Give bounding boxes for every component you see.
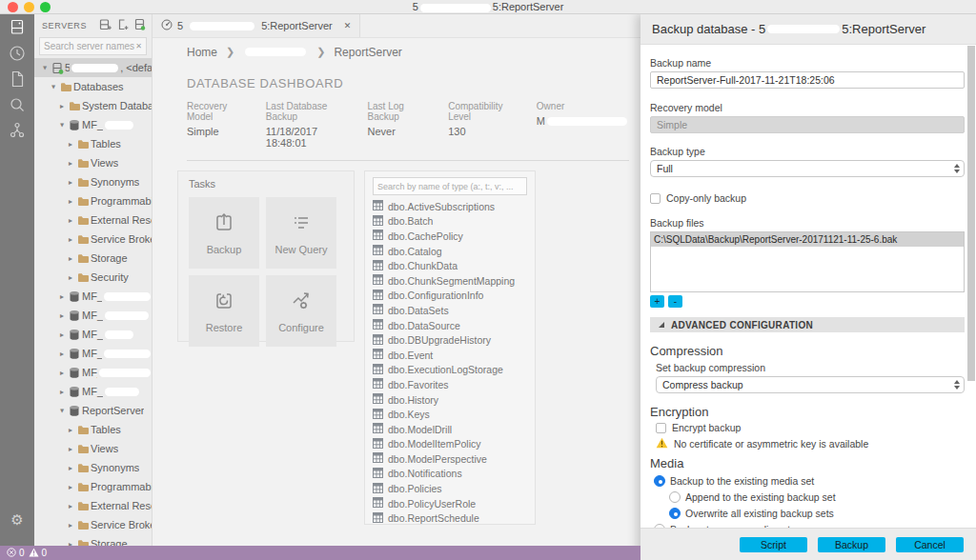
search-icon[interactable] bbox=[0, 91, 34, 117]
tree-item[interactable]: ▸MF_ bbox=[34, 306, 152, 325]
tree-item[interactable]: ▸Programmability bbox=[34, 191, 152, 210]
radio-unselected-icon[interactable] bbox=[669, 491, 681, 503]
chevron-collapsed-icon[interactable]: ▸ bbox=[66, 445, 75, 453]
tree-item[interactable]: ▸External Resources bbox=[34, 210, 152, 230]
chevron-collapsed-icon[interactable]: ▸ bbox=[66, 483, 75, 491]
settings-gear-icon[interactable]: ⚙ bbox=[0, 511, 34, 529]
compression-select[interactable]: Compress backup bbox=[656, 376, 965, 393]
checkbox-unchecked-icon[interactable] bbox=[656, 423, 666, 433]
table-list-item[interactable]: dbo.ModelItemPolicy bbox=[373, 437, 527, 452]
table-list-item[interactable]: dbo.ReportSchedule bbox=[373, 510, 527, 525]
table-list-item[interactable]: dbo.Policies bbox=[373, 481, 527, 496]
overwrite-all-existing-backup-sets-radio[interactable]: Overwrite all existing backup sets bbox=[669, 508, 965, 519]
tab-reportserver-dashboard[interactable]: 55:ReportServer ✕ bbox=[152, 14, 360, 37]
add-backup-file-button[interactable]: + bbox=[650, 295, 664, 308]
tree-item[interactable]: ▸MF_ bbox=[34, 344, 152, 363]
chevron-collapsed-icon[interactable]: ▸ bbox=[57, 350, 67, 358]
new-query-task-button[interactable]: New Query bbox=[266, 197, 336, 269]
table-list-item[interactable]: dbo.PolicyUserRole bbox=[373, 496, 527, 511]
tree-item[interactable]: ▸MF_ bbox=[34, 115, 152, 134]
advanced-configuration-toggle[interactable]: ADVANCED CONFIGURATION bbox=[650, 317, 965, 332]
chevron-collapsed-icon[interactable]: ▸ bbox=[66, 159, 75, 168]
breadcrumb-database[interactable]: ReportServer bbox=[334, 46, 401, 59]
table-list-item[interactable]: dbo.Favorites bbox=[373, 377, 527, 392]
chevron-collapsed-icon[interactable]: ▸ bbox=[57, 292, 67, 301]
chevron-collapsed-icon[interactable]: ▸ bbox=[66, 178, 75, 187]
zoom-window-button[interactable] bbox=[40, 2, 51, 12]
chevron-collapsed-icon[interactable]: ▸ bbox=[66, 216, 75, 225]
tree-item[interactable]: ▸Views bbox=[34, 439, 152, 458]
chevron-collapsed-icon[interactable]: ▸ bbox=[66, 464, 75, 472]
tree-item[interactable]: ▸MF_ bbox=[34, 382, 152, 401]
restore-task-button[interactable]: Restore bbox=[189, 275, 259, 347]
tree-item[interactable]: ▸Security bbox=[34, 268, 152, 287]
tree-item[interactable]: ▸External Resources bbox=[34, 496, 152, 515]
table-list-item[interactable]: dbo.DBUpgradeHistory bbox=[373, 332, 527, 348]
remove-backup-file-button[interactable]: - bbox=[668, 295, 682, 308]
tree-item[interactable]: ▸Storage bbox=[34, 249, 152, 268]
backup-files-list[interactable]: C:\SQLData\Backup\ReportServer-20171121-… bbox=[650, 231, 965, 292]
chevron-collapsed-icon[interactable]: ▸ bbox=[57, 102, 67, 110]
tree-item[interactable]: ▸Programmability bbox=[34, 477, 152, 496]
table-list-item[interactable]: dbo.Event bbox=[373, 348, 527, 363]
table-list-item[interactable]: dbo.History bbox=[373, 392, 527, 408]
tree-item[interactable]: ▸MF_ bbox=[34, 325, 152, 344]
tree-item[interactable]: ▸5, <defa.. bbox=[34, 58, 152, 77]
checkbox-unchecked-icon[interactable] bbox=[650, 193, 661, 204]
radio-selected-icon[interactable] bbox=[654, 475, 665, 487]
chevron-collapsed-icon[interactable]: ▸ bbox=[66, 254, 75, 263]
copy-only-backup-checkbox-row[interactable]: Copy-only backup bbox=[650, 192, 965, 204]
backup-type-select[interactable]: Full bbox=[650, 160, 965, 177]
chevron-expanded-icon[interactable]: ▸ bbox=[41, 63, 50, 72]
backup-button[interactable]: Backup bbox=[818, 537, 885, 552]
table-list-item[interactable]: dbo.DataSource bbox=[373, 318, 527, 333]
table-list-item[interactable]: dbo.Batch bbox=[373, 214, 527, 230]
dialog-scrollbar[interactable] bbox=[967, 46, 975, 381]
table-list-item[interactable]: dbo.DataSets bbox=[373, 303, 527, 318]
backup-to-the-existing-media-set-radio[interactable]: Backup to the existing media set bbox=[654, 475, 965, 487]
object-search-input[interactable]: Search by name of type (a:, t:, v:, ... bbox=[373, 177, 527, 195]
close-tab-icon[interactable]: ✕ bbox=[344, 21, 352, 30]
chevron-collapsed-icon[interactable]: ▸ bbox=[66, 502, 75, 510]
chevron-expanded-icon[interactable]: ▸ bbox=[50, 82, 58, 91]
table-list-item[interactable]: dbo.ExecutionLogStorage bbox=[373, 363, 527, 378]
tree-item[interactable]: ▸Service Broker bbox=[34, 230, 152, 249]
table-list-item[interactable]: dbo.ModelDrill bbox=[373, 422, 527, 437]
radio-selected-icon[interactable] bbox=[669, 508, 681, 519]
table-list-item[interactable]: dbo.Keys bbox=[373, 407, 527, 422]
minimize-window-button[interactable] bbox=[24, 2, 34, 12]
server-search-input[interactable]: Search server names ✕ bbox=[39, 37, 147, 55]
tree-item[interactable]: ▸Tables bbox=[34, 420, 152, 439]
close-window-button[interactable] bbox=[8, 2, 18, 12]
tree-item[interactable]: ▸Service Broker bbox=[34, 515, 152, 534]
chevron-collapsed-icon[interactable]: ▸ bbox=[66, 197, 75, 206]
tree-item[interactable]: ▸MF_ bbox=[34, 287, 152, 306]
tree-item[interactable]: ▸System Databases bbox=[34, 96, 152, 115]
tree-item[interactable]: ▸Databases bbox=[34, 77, 152, 96]
chevron-collapsed-icon[interactable]: ▸ bbox=[57, 330, 67, 339]
active-connections-icon[interactable] bbox=[133, 17, 146, 34]
table-list-item[interactable]: dbo.ModelPerspective bbox=[373, 451, 527, 467]
tree-item[interactable]: ▸MF_ bbox=[34, 363, 152, 382]
cancel-button[interactable]: Cancel bbox=[896, 537, 964, 552]
new-server-group-icon[interactable] bbox=[116, 17, 129, 34]
new-connection-icon[interactable] bbox=[99, 17, 112, 34]
backup-file-row[interactable]: C:\SQLData\Backup\ReportServer-20171121-… bbox=[651, 232, 964, 247]
chevron-collapsed-icon[interactable]: ▸ bbox=[66, 273, 75, 282]
tree-item[interactable]: ▸Storage bbox=[34, 534, 152, 546]
tree-item[interactable]: ▸Tables bbox=[34, 134, 152, 153]
tree-item[interactable]: ▸Synonyms bbox=[34, 172, 152, 191]
chevron-collapsed-icon[interactable]: ▸ bbox=[66, 426, 75, 434]
chevron-expanded-icon[interactable]: ▸ bbox=[58, 120, 67, 130]
task-history-icon[interactable] bbox=[0, 40, 34, 66]
append-to-the-existing-backup-set-radio[interactable]: Append to the existing backup set bbox=[669, 491, 965, 503]
tree-item[interactable]: ▸ReportServer bbox=[34, 401, 152, 420]
chevron-collapsed-icon[interactable]: ▸ bbox=[66, 521, 75, 530]
table-list-item[interactable]: dbo.ChunkData bbox=[373, 258, 527, 273]
table-list-item[interactable]: dbo.ActiveSubscriptions bbox=[373, 199, 527, 214]
chevron-collapsed-icon[interactable]: ▸ bbox=[66, 140, 75, 149]
table-list-item[interactable]: dbo.ChunkSegmentMapping bbox=[373, 273, 527, 289]
backup-task-button[interactable]: Backup bbox=[189, 197, 259, 269]
chevron-collapsed-icon[interactable]: ▸ bbox=[57, 311, 67, 320]
breadcrumb-home[interactable]: Home bbox=[187, 46, 217, 59]
